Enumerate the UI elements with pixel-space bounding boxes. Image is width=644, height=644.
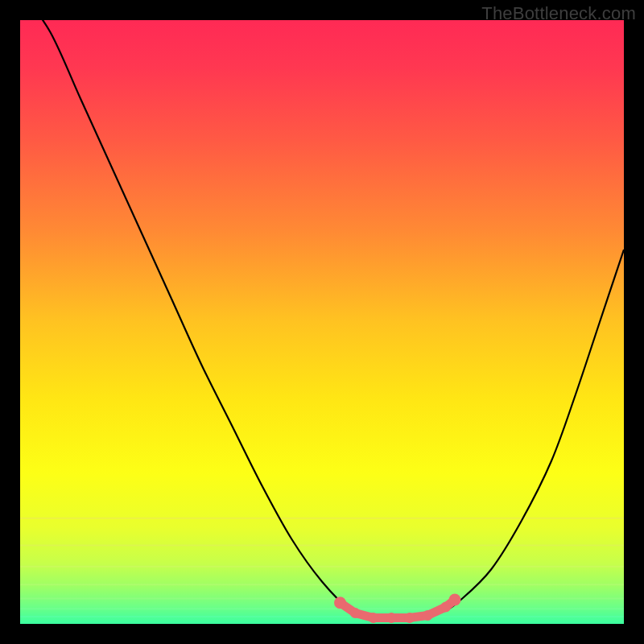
marker-dot <box>423 610 433 621</box>
optimal-range-markers <box>334 594 461 624</box>
watermark-text: TheBottleneck.com <box>481 3 636 24</box>
marker-dot <box>449 594 461 606</box>
marker-dot <box>386 613 397 623</box>
marker-dot <box>440 602 451 613</box>
marker-dot <box>404 613 415 623</box>
chart-frame: TheBottleneck.com <box>0 0 644 644</box>
marker-dot <box>334 597 346 609</box>
marker-dot <box>350 608 361 618</box>
curve-layer <box>20 20 624 624</box>
bottleneck-curve <box>20 20 624 618</box>
plot-area <box>20 20 624 624</box>
marker-dot <box>368 613 378 623</box>
